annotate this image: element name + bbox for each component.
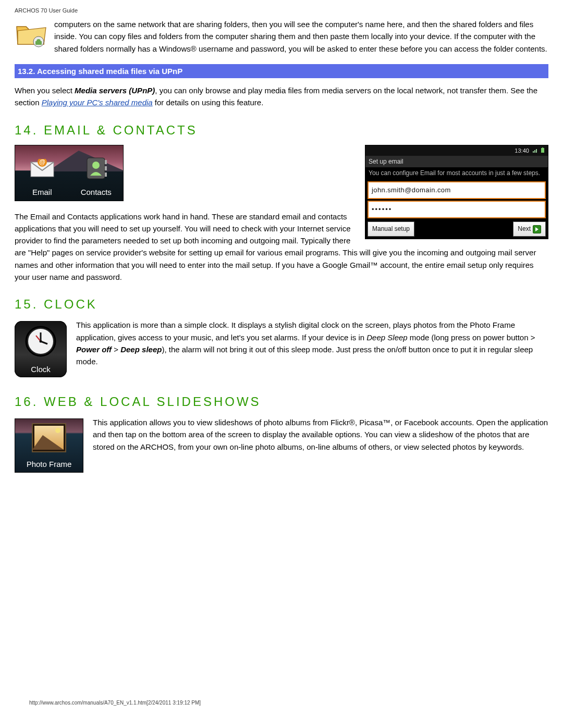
svg-rect-2: [533, 151, 534, 153]
svg-text:@: @: [39, 159, 45, 166]
contacts-app-cell: Contacts: [69, 153, 124, 201]
next-arrow-icon: [533, 225, 541, 233]
manual-setup-button[interactable]: Manual setup: [368, 221, 414, 237]
next-button[interactable]: Next: [513, 221, 546, 237]
svg-rect-12: [105, 160, 107, 164]
battery-icon: [541, 146, 545, 155]
password-field[interactable]: ••••••: [368, 201, 546, 218]
intro-paragraph: computers on the same network that are s…: [15, 18, 548, 55]
document-header: ARCHOS 70 User Guide: [15, 6, 548, 15]
svg-rect-1: [35, 41, 42, 45]
svg-rect-6: [542, 147, 543, 148]
section-15-heading: 15. CLOCK: [15, 294, 548, 314]
clock-paragraph: This application is more than a simple c…: [15, 319, 548, 380]
envelope-icon: @: [30, 159, 55, 178]
email-setup-screenshot: 13:40 Set up email You can configure Ema…: [365, 145, 548, 239]
email-label: Email: [15, 186, 69, 198]
email-contacts-thumbnail: @ Email Contacts: [15, 145, 124, 201]
contacts-label: Contacts: [69, 186, 124, 198]
photo-frame-thumbnail: Photo Frame: [15, 418, 83, 473]
android-screen-title: Set up email: [365, 156, 548, 168]
android-instruction-text: You can configure Email for most account…: [365, 167, 548, 180]
section-16-heading: 16. WEB & LOCAL SLIDESHOWS: [15, 392, 548, 411]
svg-rect-13: [105, 166, 107, 170]
email-address-field[interactable]: john.smith@domain.com: [368, 181, 546, 199]
clock-icon: [25, 325, 57, 357]
upnp-paragraph: When you select Media servers (UPnP), yo…: [15, 84, 548, 109]
clock-label: Clock: [15, 363, 67, 375]
clock-thumbnail: Clock: [15, 321, 67, 377]
email-app-cell: @ Email: [15, 153, 69, 201]
document-footer: http://www.archos.com/manuals/A70_EN_v1.…: [29, 699, 201, 707]
contact-book-icon: [84, 157, 108, 181]
svg-rect-4: [536, 149, 537, 153]
signal-icon: [533, 146, 538, 155]
svg-point-11: [92, 162, 100, 169]
text: When you select: [15, 86, 75, 95]
media-servers-term: Media servers (UPnP): [75, 86, 155, 95]
section-13-2-heading: 13.2. Accessing shared media files via U…: [15, 64, 548, 78]
text: for details on using this feature.: [153, 98, 264, 107]
status-time: 13:40: [515, 147, 529, 154]
svg-point-20: [40, 340, 42, 343]
shared-folder-icon: [15, 17, 48, 48]
slideshow-paragraph: This application allows you to view slid…: [15, 416, 548, 476]
svg-rect-5: [541, 148, 544, 153]
photo-frame-label: Photo Frame: [15, 458, 83, 470]
android-status-bar: 13:40: [365, 145, 548, 156]
playing-shared-media-link[interactable]: Playing your PC's shared media: [42, 98, 153, 107]
section-14-heading: 14. EMAIL & CONTACTS: [15, 120, 548, 140]
svg-rect-3: [534, 150, 535, 153]
photo-frame-icon: [33, 424, 65, 451]
svg-rect-14: [105, 172, 107, 177]
